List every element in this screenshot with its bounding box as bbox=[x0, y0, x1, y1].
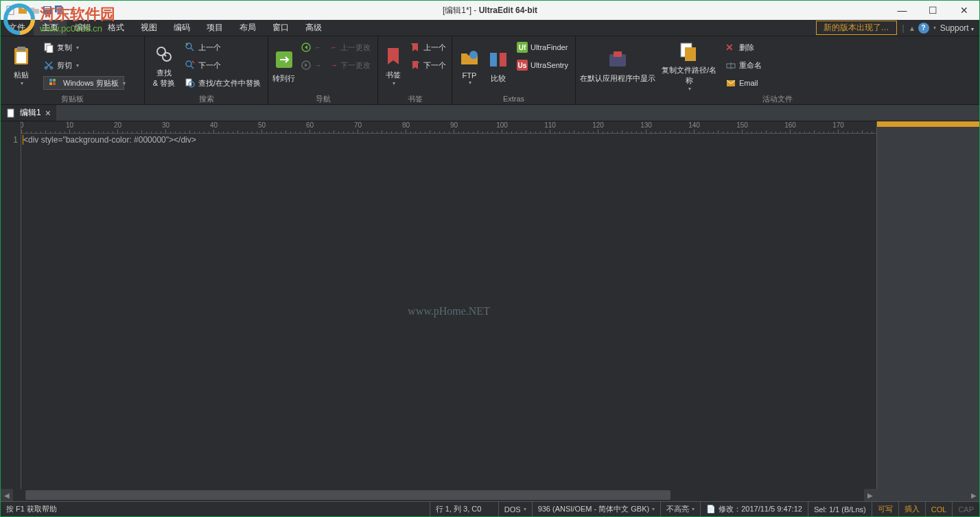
titlebar: ▼ [编辑1*] - UltraEdit 64-bit — ☐ ✕ bbox=[1, 1, 979, 20]
ribbon-group-label: 搜索 bbox=[149, 93, 264, 104]
status-readwrite[interactable]: 可写 bbox=[872, 502, 899, 516]
status-insert[interactable]: 插入 bbox=[899, 502, 926, 516]
document-icon bbox=[6, 108, 16, 118]
svg-rect-35 bbox=[685, 47, 696, 61]
copy-button[interactable]: 复制▾ bbox=[40, 39, 127, 56]
ruler-corner bbox=[1, 121, 21, 134]
status-selection: Sel: 1/1 (B/Lns) bbox=[808, 502, 872, 516]
find-in-files-button[interactable]: 查找/在文件中替换 bbox=[182, 75, 264, 91]
status-col-mode[interactable]: COL bbox=[926, 502, 953, 516]
open-folder-icon[interactable] bbox=[17, 5, 28, 16]
svg-rect-13 bbox=[49, 82, 52, 85]
close-button[interactable]: ✕ bbox=[948, 1, 979, 20]
save-all-icon[interactable] bbox=[54, 5, 65, 16]
ribbon-group-label: 活动文件 bbox=[580, 93, 975, 104]
nav-prev-button[interactable]: ← bbox=[298, 39, 325, 56]
menu-layout[interactable]: 布局 bbox=[231, 20, 264, 36]
minimap[interactable] bbox=[876, 134, 979, 489]
bookmark-prev-button[interactable]: 上一个 bbox=[407, 39, 449, 56]
rename-file-button[interactable]: 重命名 bbox=[723, 57, 765, 73]
menu-window[interactable]: 窗口 bbox=[264, 20, 297, 36]
ribbon: 粘贴▾ 复制▾ 剪切▾ Windows 剪贴板▾ 剪贴板 查找 & 替换 上一个 bbox=[1, 36, 979, 105]
status-encoding[interactable]: 936 (ANSI/OEM - 简体中文 GBK) bbox=[533, 502, 662, 516]
minimap-header bbox=[876, 121, 979, 134]
copy-file-path-button[interactable]: 复制文件路径/名称▾ bbox=[658, 39, 720, 93]
menu-file[interactable]: 文件 bbox=[1, 20, 34, 36]
delete-file-button[interactable]: ✕删除 bbox=[723, 39, 765, 56]
qat-dropdown-icon[interactable]: ▼ bbox=[69, 7, 75, 14]
menubar: 文件 主页 编辑 格式 视图 编码 项目 布局 窗口 高级 新的版本出现了… |… bbox=[1, 20, 979, 36]
svg-rect-9 bbox=[47, 45, 53, 53]
svg-rect-26 bbox=[490, 53, 497, 67]
horizontal-scrollbar[interactable]: ◀ ▶ ▶ bbox=[1, 489, 979, 501]
svg-text:Uf: Uf bbox=[519, 44, 526, 51]
close-tab-icon[interactable]: × bbox=[45, 108, 51, 119]
ribbon-group-active-file: 在默认应用程序中显示 复制文件路径/名称▾ ✕删除 重命名 Email 活动文件 bbox=[576, 36, 979, 104]
compare-button[interactable]: 比较 bbox=[485, 39, 511, 93]
file-tab[interactable]: 编辑1 × bbox=[1, 105, 56, 121]
bookmark-next-button[interactable]: 下一个 bbox=[407, 57, 449, 73]
support-dropdown[interactable]: Support ▾ bbox=[940, 23, 974, 33]
status-caps: CAP bbox=[953, 502, 979, 516]
new-version-button[interactable]: 新的版本出现了… bbox=[816, 21, 897, 35]
menu-view[interactable]: 视图 bbox=[132, 20, 165, 36]
next-change-button: → 下一更改 bbox=[327, 57, 373, 73]
bookmark-button[interactable]: 书签▾ bbox=[382, 39, 404, 93]
show-in-default-app-button[interactable]: 在默认应用程序中显示 bbox=[580, 39, 655, 93]
menu-project[interactable]: 项目 bbox=[198, 20, 231, 36]
quick-access-toolbar: ▼ bbox=[1, 5, 80, 16]
minimize-button[interactable]: — bbox=[887, 1, 918, 20]
email-file-button[interactable]: Email bbox=[723, 75, 765, 91]
svg-rect-15 bbox=[53, 82, 56, 85]
find-next-button[interactable]: 下一个 bbox=[182, 57, 264, 73]
paste-button[interactable]: 粘贴▾ bbox=[5, 39, 38, 93]
editor-area[interactable]: <div style="background-color: #000000"><… bbox=[21, 134, 876, 489]
svg-rect-33 bbox=[614, 51, 622, 57]
help-icon[interactable]: ? bbox=[918, 23, 929, 34]
new-file-icon[interactable] bbox=[5, 5, 16, 16]
scroll-corner: ▶ bbox=[876, 489, 979, 501]
ftp-button[interactable]: FTP▾ bbox=[456, 39, 482, 93]
menu-encoding[interactable]: 编码 bbox=[165, 20, 198, 36]
svg-rect-12 bbox=[49, 79, 52, 82]
code-line: <div style="background-color: #000000"><… bbox=[23, 135, 876, 145]
svg-point-19 bbox=[186, 61, 191, 67]
status-eol[interactable]: DOS bbox=[499, 502, 533, 516]
prev-change-button: ← 上一更改 bbox=[327, 39, 373, 56]
ribbon-collapse-icon[interactable]: ▴ bbox=[910, 23, 914, 33]
status-highlight[interactable]: 不高亮 bbox=[661, 502, 701, 516]
menu-home[interactable]: 主页 bbox=[34, 20, 67, 36]
ribbon-group-label: 剪贴板 bbox=[5, 93, 140, 104]
svg-point-25 bbox=[469, 51, 478, 59]
find-replace-button[interactable]: 查找 & 替换 bbox=[149, 39, 179, 93]
svg-rect-4 bbox=[57, 8, 64, 14]
menu-edit[interactable]: 编辑 bbox=[67, 20, 100, 36]
line-number-gutter: 1 bbox=[1, 134, 21, 489]
svg-rect-2 bbox=[45, 7, 50, 10]
find-prev-button[interactable]: 上一个 bbox=[182, 39, 264, 56]
menu-advanced[interactable]: 高级 bbox=[297, 20, 330, 36]
open-file-icon[interactable] bbox=[30, 5, 40, 16]
status-position: 行 1, 列 3, C0 bbox=[430, 502, 499, 516]
status-help: 按 F1 获取帮助 bbox=[1, 502, 430, 516]
scroll-left-icon[interactable]: ◀ bbox=[1, 489, 13, 501]
ribbon-group-extras: FTP▾ 比较 UfUltraFinder UsUltraSentry Extr… bbox=[452, 36, 576, 104]
ultrafinder-button[interactable]: UfUltraFinder bbox=[514, 39, 571, 56]
goto-line-button[interactable]: 转到行 bbox=[272, 39, 295, 93]
ultrasentry-button[interactable]: UsUltraSentry bbox=[514, 57, 571, 73]
ribbon-group-search: 查找 & 替换 上一个 下一个 查找/在文件中替换 搜索 bbox=[145, 36, 268, 104]
ribbon-group-label: 书签 bbox=[382, 93, 447, 104]
scrollbar-thumb[interactable] bbox=[25, 490, 670, 500]
menu-format[interactable]: 格式 bbox=[100, 20, 132, 36]
status-modified: 📄修改：2017/11/5 9:47:12 bbox=[701, 502, 808, 516]
maximize-button[interactable]: ☐ bbox=[918, 1, 948, 20]
save-icon[interactable] bbox=[42, 5, 53, 16]
cut-button[interactable]: 剪切▾ bbox=[40, 57, 127, 73]
scroll-right-icon[interactable]: ▶ bbox=[864, 489, 876, 501]
file-tab-label: 编辑1 bbox=[20, 107, 41, 119]
svg-rect-27 bbox=[500, 53, 506, 67]
ribbon-group-label: 导航 bbox=[272, 93, 373, 104]
nav-next-button[interactable]: → bbox=[298, 57, 325, 73]
clipboard-selector[interactable]: Windows 剪贴板▾ bbox=[40, 75, 127, 91]
svg-text:Us: Us bbox=[518, 62, 527, 69]
